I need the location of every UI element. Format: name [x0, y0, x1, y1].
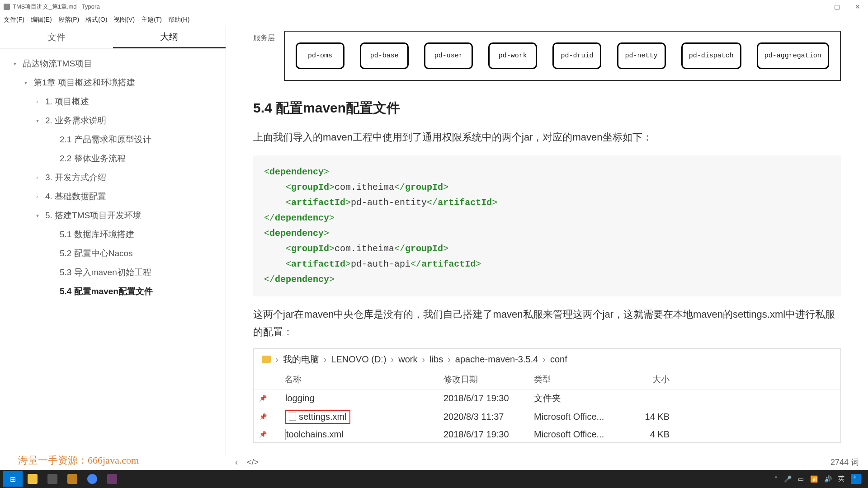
chevron-icon: ▾ — [24, 80, 31, 86]
outline-item[interactable]: ▾2. 业务需求说明 — [0, 111, 226, 130]
document-content[interactable]: 服务层 pd-omspd-basepd-userpd-workpd-druidp… — [226, 26, 868, 456]
file-date: 2018/6/17 19:30 — [443, 393, 534, 404]
outline-tree: ▾品达物流TMS项目▾第1章 项目概述和环境搭建›1. 项目概述▾2. 业务需求… — [0, 49, 226, 306]
outline-item[interactable]: ›4. 基础数据配置 — [0, 187, 226, 206]
breadcrumb: › 我的电脑›LENOVO (D:)›work›libs›apache-mave… — [254, 349, 840, 370]
outline-item[interactable]: ›1. 项目概述 — [0, 92, 226, 111]
file-row: 📌 toolchains.xml2018/6/17 19:30Microsoft… — [254, 427, 840, 442]
file-size: 4 KB — [624, 429, 679, 440]
window-title: TMS项目讲义_第1章.md - Typora — [13, 3, 100, 11]
titlebar: TMS项目讲义_第1章.md - Typora − ▢ ✕ — [0, 0, 868, 14]
menu-paragraph[interactable]: 段落(P) — [58, 16, 80, 24]
outline-label: 2.1 产品需求和原型设计 — [60, 134, 151, 145]
service-module: pd-work — [488, 42, 537, 69]
breadcrumb-segment: libs — [429, 354, 443, 365]
close-button[interactable]: ✕ — [847, 0, 868, 14]
col-type: 类型 — [534, 374, 624, 385]
dep2-group: com.itheima — [335, 244, 394, 254]
tray-mic-icon[interactable]: 🎤 — [784, 475, 792, 483]
outline-item[interactable]: 2.2 整体业务流程 — [0, 149, 226, 168]
task-app1[interactable] — [42, 471, 62, 487]
outline-item[interactable]: ▾品达物流TMS项目 — [0, 54, 226, 73]
file-type: Microsoft Office... — [534, 429, 624, 440]
file-type: 文件夹 — [534, 392, 624, 404]
dep1-group: com.itheima — [335, 182, 394, 192]
outline-item[interactable]: 5.1 数据库环境搭建 — [0, 225, 226, 244]
tray-battery-icon[interactable]: ▭ — [798, 475, 804, 483]
menu-view[interactable]: 视图(V) — [113, 16, 135, 24]
file-icon — [285, 429, 286, 440]
word-count: 2744 词 — [830, 457, 859, 468]
service-layer-label: 服务层 — [253, 31, 275, 43]
main-area: 文件 大纲 ▾品达物流TMS项目▾第1章 项目概述和环境搭建›1. 项目概述▾2… — [0, 26, 868, 456]
pin-icon: 📌 — [254, 413, 272, 420]
breadcrumb-segment: 我的电脑 — [283, 353, 319, 366]
window-controls: − ▢ ✕ — [806, 0, 868, 14]
outline-item[interactable]: ▾5. 搭建TMS项目开发环境 — [0, 206, 226, 225]
outline-label: 2. 业务需求说明 — [45, 115, 106, 127]
breadcrumb-segment: conf — [550, 354, 567, 365]
outline-label: 4. 基础数据配置 — [45, 191, 106, 202]
menu-format[interactable]: 格式(O) — [85, 16, 107, 24]
statusbar: ‹ </> 2744 词 — [226, 455, 868, 470]
chevron-icon: ▾ — [14, 61, 20, 67]
outline-item[interactable]: ▾第1章 项目概述和环境搭建 — [0, 73, 226, 92]
menu-theme[interactable]: 主题(T) — [141, 16, 162, 24]
outline-item[interactable]: 5.2 配置中心Nacos — [0, 244, 226, 263]
file-list-header: 名称 修改日期 类型 大小 — [254, 370, 840, 389]
start-button[interactable]: ⊞ — [3, 471, 23, 487]
folder-icon — [262, 356, 271, 363]
pin-icon: 📌 — [254, 431, 272, 438]
tab-outline[interactable]: 大纲 — [113, 26, 226, 48]
chevron-icon: › — [36, 99, 42, 105]
service-module: pd-user — [424, 42, 473, 69]
outline-label: 5.1 数据库环境搭建 — [60, 229, 134, 240]
tray-chevron-icon[interactable]: ˄ — [774, 475, 778, 483]
file-name: settings.xml — [299, 412, 347, 422]
dep2-artifact: pd-auth-api — [351, 259, 410, 269]
outline-item[interactable]: ›3. 开发方式介绍 — [0, 168, 226, 187]
outline-label: 1. 项目概述 — [45, 96, 89, 108]
chevron-icon: ▾ — [36, 212, 42, 219]
file-name: logging — [285, 393, 315, 403]
file-date: 2018/6/17 19:30 — [443, 429, 534, 440]
dep1-artifact: pd-auth-entity — [351, 197, 427, 208]
outline-item[interactable]: 2.1 产品需求和原型设计 — [0, 130, 226, 149]
outline-item[interactable]: 5.4 配置maven配置文件 — [0, 282, 226, 301]
source-toggle[interactable]: </> — [247, 458, 259, 467]
sidebar-tabs: 文件 大纲 — [0, 26, 226, 49]
task-explorer[interactable] — [23, 471, 42, 487]
section-heading: 5.4 配置maven配置文件 — [253, 99, 841, 117]
sidebar: 文件 大纲 ▾品达物流TMS项目▾第1章 项目概述和环境搭建›1. 项目概述▾2… — [0, 26, 226, 456]
chevron-icon: ▾ — [36, 117, 42, 124]
pin-icon: 📌 — [254, 394, 272, 402]
outline-label: 第1章 项目概述和环境搭建 — [33, 77, 135, 89]
tray-ime[interactable]: ㆗ — [851, 474, 861, 484]
file-explorer-screenshot: › 我的电脑›LENOVO (D:)›work›libs›apache-mave… — [253, 348, 841, 443]
tab-files[interactable]: 文件 — [0, 26, 113, 48]
menu-file[interactable]: 文件(F) — [4, 16, 24, 24]
menu-edit[interactable]: 编辑(E) — [31, 16, 52, 24]
task-chrome[interactable] — [82, 471, 102, 487]
file-type: Microsoft Office... — [534, 412, 624, 422]
outline-item[interactable]: 5.3 导入maven初始工程 — [0, 263, 226, 282]
outline-label: 5.3 导入maven初始工程 — [60, 267, 151, 278]
maximize-button[interactable]: ▢ — [826, 0, 847, 14]
file-name: toolchains.xml — [286, 429, 344, 439]
task-app3[interactable] — [102, 471, 122, 487]
tray-volume-icon[interactable]: 🔊 — [824, 475, 832, 483]
minimize-button[interactable]: − — [806, 0, 826, 14]
outline-label: 5. 搭建TMS项目开发环境 — [45, 210, 142, 221]
paragraph-2: 这两个jar在maven中央仓库是没有的，我们自己搭建了maven私服来管理这两… — [253, 305, 841, 341]
menu-help[interactable]: 帮助(H) — [168, 16, 189, 24]
breadcrumb-segment: work — [398, 354, 417, 365]
back-button[interactable]: ‹ — [235, 458, 238, 467]
file-size: 14 KB — [624, 412, 679, 422]
file-date: 2020/8/3 11:37 — [443, 412, 534, 422]
tray-wifi-icon[interactable]: 📶 — [810, 475, 818, 483]
outline-label: 5.2 配置中心Nacos — [60, 248, 133, 259]
tray-lang[interactable]: 英 — [838, 475, 844, 483]
chevron-icon: › — [36, 174, 42, 181]
task-app2[interactable] — [62, 471, 82, 487]
service-module: pd-netty — [617, 42, 666, 69]
